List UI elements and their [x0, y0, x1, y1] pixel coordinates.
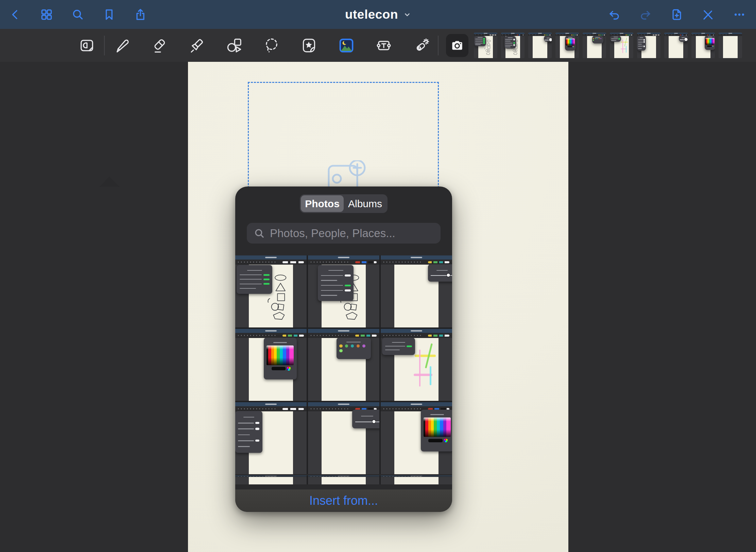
page-thumbnail[interactable] [474, 33, 497, 58]
bookmark-button[interactable] [101, 7, 117, 22]
pen-icon [113, 37, 131, 54]
search-icon [71, 8, 85, 21]
image-tool-selected[interactable] [337, 36, 356, 55]
highlighter-tool[interactable] [188, 36, 206, 55]
photo-thumbnail-partial[interactable] [235, 476, 307, 484]
camera-button[interactable] [446, 34, 468, 57]
photo-picker-popover: Photos Albums Insert from... [235, 186, 452, 512]
mini-screenshot [637, 33, 660, 58]
mini-screenshot [583, 33, 606, 58]
photo-grid [235, 255, 452, 474]
elements-tool[interactable] [300, 36, 318, 55]
mini-screenshot [381, 476, 452, 484]
page-thumbnail[interactable] [637, 33, 660, 58]
laser-pointer-icon [412, 37, 430, 54]
eraser-icon [151, 37, 168, 54]
chevron-down-icon [403, 11, 411, 18]
page-thumbnail-strip [474, 33, 756, 58]
pen-tool[interactable] [113, 36, 131, 55]
page-thumbnail[interactable] [610, 33, 633, 58]
photo-thumbnail[interactable] [381, 329, 452, 401]
page-title: utelecon [345, 7, 398, 22]
mini-screenshot [474, 33, 497, 58]
undo-button[interactable] [606, 7, 622, 22]
search-button[interactable] [70, 7, 86, 22]
redo-icon [639, 8, 652, 21]
page-thumbnail[interactable] [555, 33, 579, 58]
page-thumbnail[interactable] [664, 33, 688, 58]
eraser-tool[interactable] [150, 36, 169, 55]
page-thumbnail[interactable] [719, 33, 742, 58]
photo-thumbnail[interactable] [235, 255, 307, 327]
mini-screenshot [381, 329, 452, 401]
mini-screenshot [610, 33, 633, 58]
insert-from-button[interactable]: Insert from... [235, 489, 452, 512]
document-title-menu[interactable]: utelecon [345, 0, 411, 29]
mini-screenshot [719, 33, 742, 58]
mini-screenshot [664, 33, 688, 58]
redo-button[interactable] [638, 7, 653, 22]
mini-screenshot [691, 33, 715, 58]
popover-arrow [99, 177, 120, 187]
photo-thumbnail[interactable] [235, 329, 307, 401]
photo-thumbnail-partial[interactable] [381, 476, 452, 484]
mini-screenshot [528, 33, 552, 58]
page-thumbnail[interactable] [528, 33, 552, 58]
grid-icon [40, 8, 53, 21]
tab-photos[interactable]: Photos [301, 195, 344, 212]
lasso-tool[interactable] [262, 36, 281, 55]
topbar-left-group [0, 7, 148, 22]
page-thumbnail[interactable] [501, 33, 525, 58]
page-overview-button[interactable] [39, 7, 54, 22]
share-icon [134, 8, 147, 21]
mini-screenshot [308, 255, 379, 327]
mini-screenshot [381, 402, 452, 474]
topbar-right-group [606, 7, 756, 22]
shapes-tool[interactable] [225, 36, 243, 55]
page-thumbnail[interactable] [583, 33, 606, 58]
mini-screenshot [235, 255, 307, 327]
photo-thumbnail[interactable] [235, 402, 307, 474]
photo-search-field[interactable] [247, 223, 441, 244]
add-page-button[interactable] [669, 7, 685, 22]
share-button[interactable] [133, 7, 148, 22]
toolbar-divider [104, 36, 105, 55]
photo-thumbnail[interactable] [381, 402, 452, 474]
more-options-button[interactable] [732, 7, 747, 22]
add-page-icon [670, 8, 684, 21]
app-window: utelecon [0, 0, 756, 552]
undo-icon [607, 8, 621, 21]
photo-search-input[interactable] [270, 227, 434, 240]
lasso-icon [263, 37, 280, 54]
page-thumbnail[interactable] [691, 33, 715, 58]
photos-albums-segmented-control: Photos Albums [300, 194, 388, 213]
photo-thumbnail[interactable] [308, 329, 379, 401]
mini-screenshot [235, 329, 307, 401]
photo-thumbnail-partial[interactable] [308, 476, 379, 484]
photo-image-icon [338, 37, 355, 54]
mini-screenshot [308, 329, 379, 401]
mini-screenshot [501, 33, 525, 58]
back-chevron-icon [8, 8, 22, 21]
search-icon [254, 228, 265, 239]
camera-icon [450, 38, 465, 53]
mini-screenshot [308, 402, 379, 474]
photo-thumbnail[interactable] [381, 255, 452, 327]
mini-screenshot [381, 255, 452, 327]
shapes-icon [225, 37, 243, 54]
highlighter-icon [188, 37, 206, 54]
drawing-toolbar [0, 29, 756, 62]
laser-pointer-tool[interactable] [412, 36, 430, 55]
mini-screenshot [555, 33, 579, 58]
photo-thumbnail[interactable] [308, 402, 379, 474]
text-icon [375, 37, 393, 54]
stop-editing-button[interactable] [700, 7, 716, 22]
back-button[interactable] [7, 7, 23, 22]
toolbar-divider [438, 36, 439, 55]
tab-albums[interactable]: Albums [344, 195, 386, 212]
photo-thumbnail[interactable] [308, 255, 379, 327]
top-navigation-bar: utelecon [0, 0, 756, 29]
zoom-window-tool[interactable] [78, 36, 96, 55]
mini-screenshot [235, 402, 307, 474]
text-tool[interactable] [375, 36, 393, 55]
